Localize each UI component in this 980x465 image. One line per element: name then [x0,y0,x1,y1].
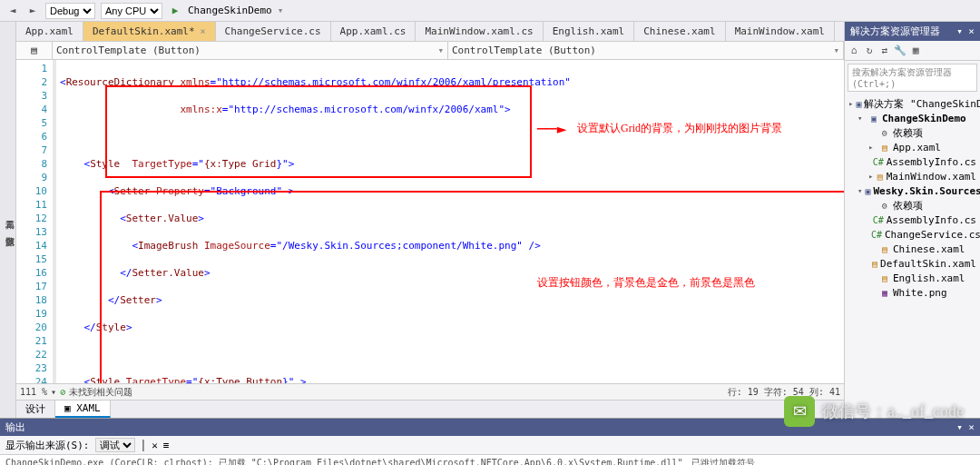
main-toolbar: ◄ ► Debug Any CPU ▶ ChangeSkinDemo ▾ [0,0,980,22]
solution-toolbar: ⌂ ↻ ⇄ 🔧 ▦ [845,41,980,61]
tree-item[interactable]: ▾▣Wesky.Skin.Sources [848,183,976,198]
tree-item[interactable]: ⚙依赖项 [848,198,976,213]
document-tabs: App.xamlDefaultSkin.xaml*×ChangeService.… [16,22,844,42]
tree-item-label: White.png [893,287,947,299]
tab-design[interactable]: 设计 [16,401,55,418]
output-header: 输出 ▾ × [0,419,980,436]
config-dropdown[interactable]: Debug [45,3,95,19]
left-tool-rail[interactable]: 工具箱 · 数据源 [0,22,16,418]
clear-icon[interactable]: ✕ [152,440,158,451]
solution-explorer: 解决方案资源管理器 ▾ × ⌂ ↻ ⇄ 🔧 ▦ 搜索解决方案资源管理器 (Ctr… [844,22,980,418]
tree-item[interactable]: C#AssemblyInfo.cs [848,154,976,169]
tree-item[interactable]: ▤Chinese.xaml [848,242,976,256]
cs-icon: C# [871,229,882,240]
designer-tabs: 设计 ▣ XAML [16,400,844,418]
annotation-text-1: 设置默认Grid的背景，为刚刚找的图片背景 [577,122,782,135]
platform-dropdown[interactable]: Any CPU [101,3,162,19]
tree-item[interactable]: ▸▤App.xaml [848,140,976,154]
tree-item-label: Wesky.Skin.Sources [873,185,980,197]
code-nav-bar: ▤ ControlTemplate (Button)▾ ControlTempl… [16,42,844,60]
pin-icon[interactable]: ▾ × [956,421,975,433]
xaml-icon: ▤ [879,272,890,283]
run-icon[interactable]: ▶ [168,4,182,18]
document-tab[interactable]: MainWindow.xaml.cs [416,22,543,41]
cursor-position: 行: 19 字符: 54 列: 41 [728,386,840,399]
img-icon: ▦ [879,287,890,298]
proj-icon: ▣ [868,113,879,124]
document-tab[interactable]: Chinese.xaml [634,22,725,41]
tree-item-label: ChangeSkinDemo [882,113,966,124]
tree-item[interactable]: C#AssemblyInfo.cs [848,213,976,227]
solution-tree[interactable]: ▸▣ 解决方案 "ChangeSkinDemo" (2 个 ▾▣ChangeSk… [845,94,980,418]
solution-explorer-header: 解决方案资源管理器 ▾ × [845,22,980,41]
wrench-icon[interactable]: 🔧 [894,45,906,57]
annotation-text-2: 设置按钮颜色，背景色是金色，前景色是黑色 [537,276,755,290]
line-gutter: 1234567891011121314151617181920212223242… [16,60,56,383]
tree-item-label: DefaultSkin.xaml [880,258,976,270]
tree-item[interactable]: ▤DefaultSkin.xaml [848,256,976,271]
xaml-icon: ▤ [877,171,884,182]
cs-icon: C# [873,214,884,225]
solution-icon: ▣ [856,98,861,109]
output-body[interactable]: ChangeSkinDemo.exe (CoreCLR: clrhost): 已… [0,455,980,465]
tree-item-label: App.xaml [893,142,941,153]
run-target-label: ChangeSkinDemo [188,5,272,16]
cs-icon: C# [873,156,884,167]
sync-icon[interactable]: ⇄ [878,45,891,57]
wrap-icon[interactable]: ≡ [163,440,170,451]
tree-item[interactable]: ▤English.xaml [848,271,976,285]
close-icon[interactable]: × [201,26,206,36]
tree-item[interactable]: ▸▤MainWindow.xaml [848,169,976,183]
output-source-label: 显示输出来源(S): [5,439,90,452]
proj-icon: ▣ [865,185,870,196]
tree-item[interactable]: ⚙依赖项 [848,125,976,140]
tree-item-label: AssemblyInfo.cs [887,214,976,226]
solution-search-input[interactable]: 搜索解决方案资源管理器 (Ctrl+;) [848,64,977,92]
tree-item[interactable]: ▦White.png [848,285,976,300]
tree-item-label: ChangeService.cs [885,229,980,241]
tree-solution-root[interactable]: ▸▣ 解决方案 "ChangeSkinDemo" (2 个 [848,96,976,111]
nav-right-dropdown[interactable]: ControlTemplate (Button)▾ [448,42,844,59]
output-source-dropdown[interactable]: 调试 [95,438,135,452]
tree-item-label: 依赖项 [893,126,923,140]
issues-label: 未找到相关问题 [69,386,132,399]
output-panel: 输出 ▾ × 显示输出来源(S): 调试 │ ✕ ≡ ChangeSkinDem… [0,418,980,465]
document-tab[interactable]: App.xaml.cs [331,22,416,41]
nav-left-dropdown[interactable]: ControlTemplate (Button)▾ [53,42,448,59]
document-tab[interactable]: App.xaml [16,22,83,41]
nav-icon[interactable]: ▤ [16,42,53,59]
editor-status-bar: 111 % ▾ ⊘ 未找到相关问题 行: 19 字符: 54 列: 41 [16,383,844,400]
tree-item-label: Chinese.xaml [893,243,965,255]
tree-item-label: English.xaml [893,272,965,284]
refresh-icon[interactable]: ↻ [863,45,876,57]
tree-item-label: MainWindow.xaml [887,171,976,183]
document-tab[interactable]: MainWindow.xaml [726,22,835,41]
home-icon[interactable]: ⌂ [848,45,860,57]
back-icon[interactable]: ◄ [5,4,20,18]
forward-icon[interactable]: ► [25,4,40,18]
tree-item-label: AssemblyInfo.cs [887,156,976,168]
tree-item[interactable]: ▾▣ChangeSkinDemo [848,111,976,125]
pin-icon[interactable]: ▾ × [956,25,975,37]
document-tab[interactable]: English.xaml [544,22,634,41]
xaml-icon: ▤ [872,258,877,269]
tree-item-label: 依赖项 [893,199,923,213]
tab-xaml[interactable]: ▣ XAML [55,401,111,418]
zoom-level[interactable]: 111 % [20,387,47,397]
document-tab[interactable]: DefaultSkin.xaml*× [83,22,216,41]
output-toolbar: 显示输出来源(S): 调试 │ ✕ ≡ [0,436,980,455]
xaml-icon: ▤ [879,243,890,254]
document-tab[interactable]: ChangeService.cs [216,22,331,41]
xaml-icon: ▤ [879,142,890,153]
show-all-icon[interactable]: ▦ [909,45,922,57]
ok-icon: ⊘ [60,387,65,397]
code-editor[interactable]: 1234567891011121314151617181920212223242… [16,60,844,383]
code-body[interactable]: <ResourceDictionary xmlns="http://schema… [56,60,844,383]
ref-icon: ⚙ [879,127,890,138]
ref-icon: ⚙ [879,200,890,211]
tree-item[interactable]: C#ChangeService.cs [848,227,976,242]
